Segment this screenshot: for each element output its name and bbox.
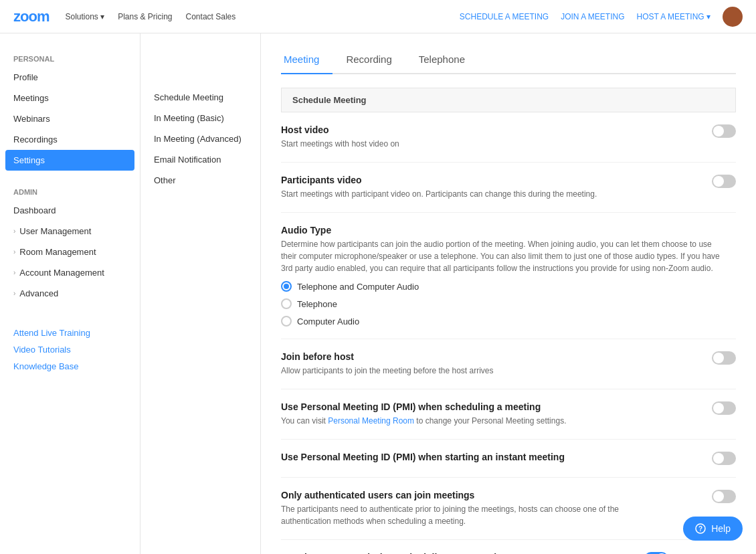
sub-sidebar-in-meeting-basic[interactable]: In Meeting (Basic) bbox=[140, 108, 260, 128]
setting-pmi-scheduling-right bbox=[656, 401, 736, 415]
help-icon: ? bbox=[695, 523, 706, 534]
main-content: Meeting Recording Telephone Schedule Mee… bbox=[261, 33, 756, 554]
top-nav: zoom Solutions ▾ Plans & Pricing Contact… bbox=[0, 0, 756, 33]
help-button-label: Help bbox=[711, 523, 731, 534]
setting-pmi-instant-right bbox=[656, 452, 736, 465]
svg-text:?: ? bbox=[698, 525, 702, 533]
setting-participants-video-desc: Start meetings with participant video on… bbox=[281, 188, 642, 200]
sidebar-item-room-management[interactable]: › Room Management bbox=[0, 242, 140, 262]
setting-authenticated-users: Only authenticated users can join meetin… bbox=[281, 478, 736, 540]
video-tutorials-link[interactable]: Video Tutorials bbox=[13, 345, 126, 355]
setting-audio-type-title: Audio Type bbox=[281, 225, 723, 236]
help-button[interactable]: ? Help bbox=[683, 517, 743, 541]
sub-sidebar-in-meeting-advanced[interactable]: In Meeting (Advanced) bbox=[140, 128, 260, 149]
setting-authenticated-users-desc: The participants need to authenticate pr… bbox=[281, 503, 642, 527]
nav-links: Solutions ▾ Plans & Pricing Contact Sale… bbox=[65, 12, 235, 21]
setting-join-before-host-title: Join before host bbox=[281, 351, 642, 362]
setting-participants-video-right bbox=[656, 175, 736, 188]
sidebar-item-recordings[interactable]: Recordings bbox=[0, 129, 140, 150]
authenticated-users-toggle[interactable] bbox=[712, 490, 736, 503]
contact-sales-link[interactable]: Contact Sales bbox=[186, 12, 236, 21]
section-header-schedule-meeting: Schedule Meeting bbox=[281, 88, 736, 112]
pmi-scheduling-toggle[interactable] bbox=[712, 401, 736, 415]
sidebar-item-webinars[interactable]: Webinars bbox=[0, 108, 140, 129]
knowledge-base-link[interactable]: Knowledge Base bbox=[13, 361, 126, 371]
radio-telephone[interactable]: Telephone bbox=[281, 298, 723, 309]
setting-participants-video-title: Participants video bbox=[281, 175, 642, 185]
radio-telephone-and-computer-label: Telephone and Computer Audio bbox=[297, 282, 419, 292]
setting-host-video-desc: Start meetings with host video on bbox=[281, 138, 642, 150]
sidebar-item-settings[interactable]: Settings bbox=[5, 150, 134, 171]
radio-telephone-and-computer[interactable]: Telephone and Computer Audio bbox=[281, 281, 723, 292]
sidebar-links: Attend Live Training Video Tutorials Kno… bbox=[0, 317, 140, 382]
schedule-meeting-link[interactable]: SCHEDULE A MEETING bbox=[460, 12, 549, 21]
radio-telephone-circle bbox=[281, 298, 292, 309]
setting-authenticated-users-right bbox=[656, 490, 736, 503]
setting-join-before-host-desc: Allow participants to join the meeting b… bbox=[281, 365, 642, 377]
setting-pmi-instant-content: Use Personal Meeting ID (PMI) when start… bbox=[281, 452, 656, 465]
setting-participants-video: Participants video Start meetings with p… bbox=[281, 163, 736, 213]
tabs: Meeting Recording Telephone bbox=[281, 47, 736, 74]
setting-join-before-host: Join before host Allow participants to j… bbox=[281, 339, 736, 389]
setting-host-video-title: Host video bbox=[281, 124, 642, 135]
plans-pricing-link[interactable]: Plans & Pricing bbox=[118, 12, 172, 21]
setting-host-video-content: Host video Start meetings with host vide… bbox=[281, 124, 656, 150]
audio-type-radio-group: Telephone and Computer Audio Telephone C… bbox=[281, 281, 723, 327]
setting-audio-type-content: Audio Type Determine how participants ca… bbox=[281, 225, 736, 327]
sub-sidebar-other[interactable]: Other bbox=[140, 170, 260, 191]
setting-pmi-instant-title: Use Personal Meeting ID (PMI) when start… bbox=[281, 452, 642, 462]
sidebar-item-advanced[interactable]: › Advanced bbox=[0, 283, 140, 304]
settings-list: Host video Start meetings with host vide… bbox=[281, 112, 736, 554]
pmi-instant-toggle[interactable] bbox=[712, 452, 736, 465]
setting-host-video-right bbox=[656, 124, 736, 138]
setting-audio-type-desc: Determine how participants can join the … bbox=[281, 238, 723, 274]
radio-telephone-label: Telephone bbox=[297, 299, 337, 309]
personal-meeting-room-link[interactable]: Personal Meeting Room bbox=[328, 416, 414, 426]
setting-join-before-host-right bbox=[656, 351, 736, 365]
tab-meeting[interactable]: Meeting bbox=[281, 47, 333, 73]
layout: PERSONAL Profile Meetings Webinars Recor… bbox=[0, 33, 756, 554]
sub-sidebar-email-notification[interactable]: Email Notification bbox=[140, 149, 260, 170]
radio-computer-audio[interactable]: Computer Audio bbox=[281, 316, 723, 327]
solutions-link[interactable]: Solutions ▾ bbox=[65, 12, 104, 21]
radio-computer-audio-circle bbox=[281, 316, 292, 327]
logo: zoom bbox=[13, 8, 49, 25]
setting-participants-video-content: Participants video Start meetings with p… bbox=[281, 175, 656, 200]
radio-telephone-and-computer-circle bbox=[281, 281, 292, 292]
setting-password-scheduling: Require a password when scheduling new m… bbox=[281, 540, 736, 554]
setting-pmi-instant: Use Personal Meeting ID (PMI) when start… bbox=[281, 440, 736, 478]
personal-label: PERSONAL bbox=[0, 51, 140, 67]
nav-right: SCHEDULE A MEETING JOIN A MEETING HOST A… bbox=[460, 7, 743, 27]
host-video-toggle[interactable] bbox=[712, 124, 736, 138]
setting-audio-type: Audio Type Determine how participants ca… bbox=[281, 213, 736, 339]
tab-telephone[interactable]: Telephone bbox=[416, 47, 478, 73]
sidebar-item-account-management[interactable]: › Account Management bbox=[0, 262, 140, 283]
avatar[interactable] bbox=[723, 7, 743, 27]
setting-pmi-scheduling-desc: You can visit Personal Meeting Room to c… bbox=[281, 415, 642, 427]
setting-authenticated-users-content: Only authenticated users can join meetin… bbox=[281, 490, 656, 527]
tab-recording[interactable]: Recording bbox=[343, 47, 405, 73]
sidebar-item-dashboard[interactable]: Dashboard bbox=[0, 200, 140, 221]
setting-join-before-host-content: Join before host Allow participants to j… bbox=[281, 351, 656, 377]
sidebar-item-meetings[interactable]: Meetings bbox=[0, 88, 140, 108]
sidebar-item-profile[interactable]: Profile bbox=[0, 67, 140, 88]
sidebar: PERSONAL Profile Meetings Webinars Recor… bbox=[0, 33, 140, 554]
host-meeting-link[interactable]: HOST A MEETING ▾ bbox=[637, 12, 711, 21]
attend-live-training-link[interactable]: Attend Live Training bbox=[13, 328, 126, 338]
radio-computer-audio-label: Computer Audio bbox=[297, 316, 359, 327]
join-before-host-toggle[interactable] bbox=[712, 351, 736, 365]
sub-sidebar-schedule-meeting[interactable]: Schedule Meeting bbox=[140, 87, 260, 108]
setting-pmi-scheduling-content: Use Personal Meeting ID (PMI) when sched… bbox=[281, 401, 656, 427]
setting-pmi-scheduling-title: Use Personal Meeting ID (PMI) when sched… bbox=[281, 401, 642, 412]
setting-pmi-scheduling: Use Personal Meeting ID (PMI) when sched… bbox=[281, 389, 736, 440]
setting-authenticated-users-title: Only authenticated users can join meetin… bbox=[281, 490, 642, 500]
join-meeting-link[interactable]: JOIN A MEETING bbox=[561, 12, 624, 21]
setting-host-video: Host video Start meetings with host vide… bbox=[281, 112, 736, 163]
sidebar-item-user-management[interactable]: › User Management bbox=[0, 221, 140, 242]
participants-video-toggle[interactable] bbox=[712, 175, 736, 188]
sub-sidebar: Schedule Meeting In Meeting (Basic) In M… bbox=[140, 33, 261, 554]
admin-label: ADMIN bbox=[0, 184, 140, 200]
